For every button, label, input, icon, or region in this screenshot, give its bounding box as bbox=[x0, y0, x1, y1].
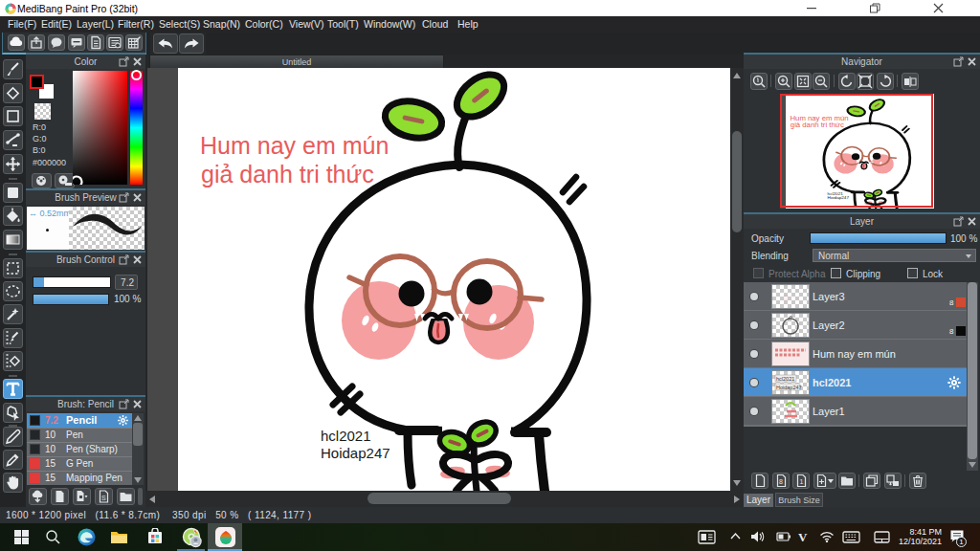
svg-text:hcl2021: hcl2021 bbox=[776, 376, 794, 382]
svg-text:░: ░ bbox=[784, 295, 789, 301]
svg-text:V: V bbox=[798, 530, 808, 543]
svg-text:1: 1 bbox=[800, 478, 804, 485]
svg-text:8: 8 bbox=[779, 478, 783, 485]
svg-text:Hoidap247: Hoidap247 bbox=[776, 385, 802, 390]
svg-text:S: S bbox=[101, 495, 106, 501]
